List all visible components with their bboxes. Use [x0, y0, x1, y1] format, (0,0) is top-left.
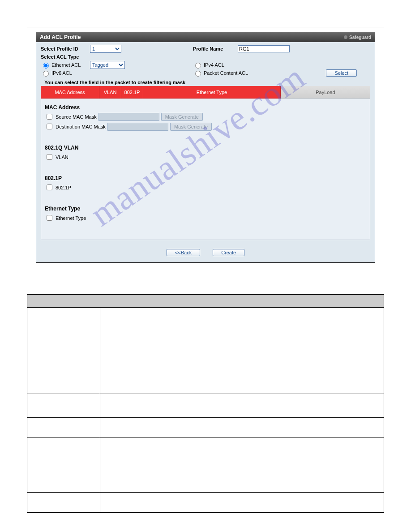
safeguard-indicator: Safeguard [344, 35, 371, 40]
table-cell [100, 465, 384, 493]
create-button[interactable]: Create [213, 249, 244, 256]
tab-mac-address[interactable]: MAC Address [41, 86, 99, 99]
table-cell [27, 418, 100, 438]
ethtype-section-title: Ethernet Type [45, 206, 366, 212]
dest-mask-generate-button[interactable]: Mask Generate [170, 123, 212, 131]
table-cell [27, 438, 100, 465]
acl-profile-panel: Add ACL Profile Safeguard Select Profile… [36, 32, 375, 263]
window-title: Add ACL Profile [40, 34, 81, 40]
table-cell [27, 394, 100, 418]
tab-bar: MAC Address VLAN 802.1P Ethernet Type Pa… [41, 86, 370, 99]
8021p-checkbox[interactable] [47, 184, 52, 190]
tab-payload[interactable]: PayLoad [281, 86, 370, 99]
vlan-chk-label: VLAN [56, 154, 68, 160]
ipv6-acl-radio[interactable] [43, 71, 49, 77]
ethtype-chk-label: Ethernet Type [56, 215, 86, 221]
table-cell [100, 394, 384, 418]
ethtype-checkbox[interactable] [47, 215, 52, 221]
tab-vlan[interactable]: VLAN [99, 86, 121, 99]
tab-ethernet-type[interactable]: Ethernet Type [143, 86, 281, 99]
acl-type-label: Select ACL Type [41, 54, 90, 60]
table-header [27, 295, 384, 308]
mac-section-title: MAC Address [45, 104, 366, 111]
table-cell [100, 418, 384, 438]
vlan-section-title: 802.1Q VLAN [45, 145, 366, 151]
dest-mac-label: Destination MAC Mask [56, 124, 106, 129]
back-button[interactable]: <<Back [167, 249, 200, 256]
tagged-select[interactable]: Tagged [90, 61, 125, 69]
filter-mask-area: MAC Address Source MAC Mask Mask Generat… [41, 99, 370, 240]
dest-mac-input[interactable] [107, 123, 168, 131]
source-mac-input[interactable] [98, 113, 159, 121]
safeguard-icon [344, 35, 347, 39]
profile-id-select[interactable]: 1 [90, 45, 121, 53]
table-cell [27, 308, 100, 394]
profile-name-input[interactable] [238, 45, 290, 52]
table-cell [27, 493, 100, 513]
panel-title-bar: Add ACL Profile Safeguard [36, 32, 375, 42]
tab-8021p[interactable]: 802.1P [121, 86, 143, 99]
profile-id-label: Select Profile ID [41, 46, 90, 51]
source-mac-checkbox[interactable] [47, 114, 52, 120]
filter-hint: You can select the field in the packet t… [41, 77, 370, 86]
profile-name-label: Profile Name [193, 46, 238, 51]
source-mac-label: Source MAC Mask [56, 114, 97, 120]
ipv4-acl-radio[interactable] [195, 63, 201, 69]
dest-mac-checkbox[interactable] [47, 124, 52, 129]
table-cell [100, 493, 384, 513]
source-mask-generate-button[interactable]: Mask Generate [161, 113, 203, 121]
select-button[interactable]: Select [326, 69, 357, 77]
table-cell [100, 308, 384, 394]
8021p-section-title: 802.1P [45, 175, 366, 181]
ethernet-acl-radio[interactable] [43, 63, 49, 69]
table-cell [27, 465, 100, 493]
vlan-checkbox[interactable] [47, 154, 52, 160]
8021p-chk-label: 802.1P [56, 185, 71, 190]
table-cell [100, 438, 384, 465]
packet-content-acl-radio[interactable] [195, 71, 201, 77]
parameter-table [27, 294, 384, 513]
